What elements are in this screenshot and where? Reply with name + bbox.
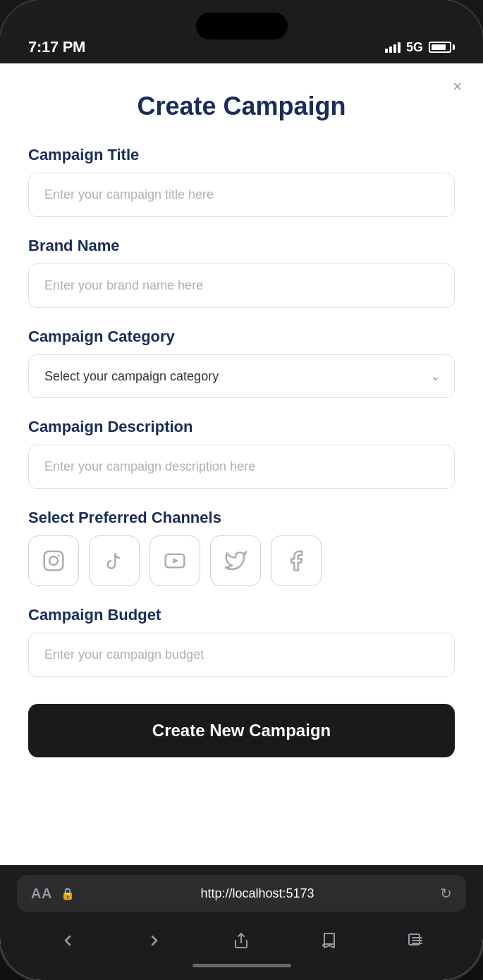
- reload-icon[interactable]: ↻: [440, 885, 452, 902]
- facebook-icon: [285, 550, 307, 572]
- campaign-category-label: Campaign Category: [28, 328, 455, 346]
- campaign-description-input[interactable]: [28, 445, 455, 489]
- back-icon: [59, 932, 76, 949]
- lock-icon: 🔒: [61, 887, 75, 900]
- tabs-icon: [407, 932, 424, 949]
- facebook-channel-button[interactable]: [271, 535, 322, 586]
- font-size-button[interactable]: AA: [31, 886, 52, 902]
- home-indicator: [192, 964, 291, 967]
- page-title: Create Campaign: [28, 92, 455, 121]
- tabs-button[interactable]: [398, 923, 433, 958]
- share-button[interactable]: [224, 923, 259, 958]
- preferred-channels-group: Select Preferred Channels: [28, 509, 455, 586]
- tiktok-icon: [103, 550, 126, 572]
- phone-content: × Create Campaign Campaign Title Brand N…: [0, 63, 483, 980]
- brand-name-label: Brand Name: [28, 237, 455, 255]
- campaign-title-group: Campaign Title: [28, 146, 455, 217]
- campaign-title-label: Campaign Title: [28, 146, 455, 164]
- channels-row: [28, 535, 455, 586]
- network-type: 5G: [406, 40, 423, 55]
- battery-icon: [429, 42, 455, 53]
- campaign-budget-input[interactable]: [28, 633, 455, 677]
- youtube-channel-button[interactable]: [149, 535, 200, 586]
- twitter-icon: [224, 550, 247, 572]
- phone-frame: 7:17 PM 5G × Create Campaign: [0, 0, 483, 980]
- instagram-channel-button[interactable]: [28, 535, 79, 586]
- back-button[interactable]: [50, 923, 85, 958]
- campaign-description-group: Campaign Description: [28, 418, 455, 489]
- status-time: 7:17 PM: [28, 38, 85, 56]
- twitter-channel-button[interactable]: [210, 535, 261, 586]
- url-text[interactable]: http://localhost:5173: [83, 886, 432, 901]
- url-bar[interactable]: AA 🔒 http://localhost:5173 ↻: [17, 875, 466, 912]
- create-campaign-button[interactable]: Create New Campaign: [28, 704, 455, 757]
- campaign-budget-group: Campaign Budget: [28, 606, 455, 677]
- brand-name-input[interactable]: [28, 263, 455, 308]
- forward-icon: [146, 932, 163, 949]
- campaign-description-label: Campaign Description: [28, 418, 455, 436]
- bookmarks-button[interactable]: [311, 923, 346, 958]
- browser-nav: [17, 912, 466, 964]
- instagram-icon: [42, 550, 65, 572]
- svg-point-2: [58, 554, 60, 557]
- campaign-category-select[interactable]: Select your campaign category: [28, 354, 455, 398]
- svg-rect-0: [44, 552, 63, 571]
- tiktok-channel-button[interactable]: [89, 535, 140, 586]
- youtube-icon: [164, 550, 186, 572]
- signal-bars-icon: [385, 42, 401, 53]
- share-icon: [233, 932, 250, 949]
- dynamic-island: [196, 13, 288, 39]
- form-area: × Create Campaign Campaign Title Brand N…: [0, 63, 483, 865]
- campaign-budget-label: Campaign Budget: [28, 606, 455, 624]
- campaign-title-input[interactable]: [28, 173, 455, 217]
- forward-button[interactable]: [137, 923, 172, 958]
- bookmarks-icon: [320, 932, 337, 949]
- svg-marker-4: [173, 558, 178, 564]
- status-icons: 5G: [385, 40, 455, 55]
- close-button[interactable]: ×: [453, 77, 462, 96]
- brand-name-group: Brand Name: [28, 237, 455, 308]
- campaign-category-group: Campaign Category Select your campaign c…: [28, 328, 455, 398]
- browser-bar: AA 🔒 http://localhost:5173 ↻: [0, 865, 483, 980]
- svg-point-1: [49, 557, 58, 565]
- preferred-channels-label: Select Preferred Channels: [28, 509, 455, 527]
- category-select-wrapper: Select your campaign category ⌄: [28, 354, 455, 398]
